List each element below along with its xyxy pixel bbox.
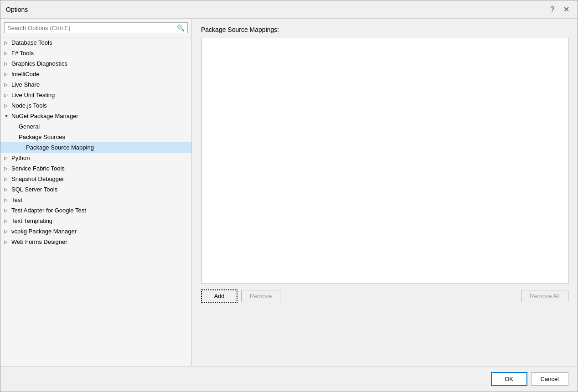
search-box: 🔍 (0, 19, 191, 37)
tree-item-graphics-diagnostics[interactable]: ▷Graphics Diagnostics (0, 58, 191, 69)
tree-label-nuget-package-source-mapping: Package Source Mapping (26, 144, 94, 151)
tree-arrow-live-unit-testing: ▷ (4, 93, 10, 98)
search-input[interactable] (7, 25, 177, 31)
right-panel: Package Source Mappings: Add Remove Remo… (192, 19, 578, 366)
tree-label-nuget-package-sources: Package Sources (19, 134, 65, 140)
tree-item-fsharp-tools[interactable]: ▷F# Tools (0, 48, 191, 58)
tree-label-fsharp-tools: F# Tools (11, 50, 34, 57)
tree-label-web-forms-designer: Web Forms Designer (11, 238, 67, 245)
tree-arrow-test-adapter-google: ▷ (4, 208, 10, 213)
tree-label-nuget-general: General (19, 123, 40, 130)
tree-label-nodejs-tools: Node.js Tools (11, 102, 47, 109)
tree-arrow-snapshot-debugger: ▷ (4, 176, 10, 181)
tree-item-web-forms-designer[interactable]: ▷Web Forms Designer (0, 237, 191, 247)
tree-item-python[interactable]: ▷Python (0, 153, 191, 163)
tree-label-test: Test (11, 196, 22, 203)
tree-arrow-sql-server-tools: ▷ (4, 187, 10, 192)
tree-arrow-fsharp-tools: ▷ (4, 51, 10, 56)
tree-label-live-unit-testing: Live Unit Testing (11, 92, 55, 98)
options-dialog: Options ? ✕ 🔍 ▷Database Tools▷F# Tools▷G… (0, 0, 578, 392)
tree-label-nuget-package-manager: NuGet Package Manager (11, 113, 78, 119)
tree-label-snapshot-debugger: Snapshot Debugger (11, 175, 64, 182)
tree-label-vcpkg-package-manager: vcpkg Package Manager (11, 228, 77, 235)
right-panel-title: Package Source Mappings: (201, 26, 568, 33)
dialog-title: Options (6, 6, 28, 13)
tree-arrow-intellicode: ▷ (4, 72, 10, 77)
remove-all-button[interactable]: Remove All (521, 290, 568, 302)
tree-label-sql-server-tools: SQL Server Tools (11, 186, 57, 193)
help-button[interactable]: ? (547, 5, 557, 14)
search-inner[interactable]: 🔍 (4, 22, 188, 33)
close-button[interactable]: ✕ (561, 5, 572, 14)
tree-arrow-web-forms-designer: ▷ (4, 239, 10, 244)
tree-arrow-vcpkg-package-manager: ▷ (4, 229, 10, 234)
title-bar-controls: ? ✕ (547, 5, 572, 14)
tree-arrow-python: ▷ (4, 155, 10, 160)
tree-item-database-tools[interactable]: ▷Database Tools (0, 37, 191, 48)
tree-item-intellicode[interactable]: ▷IntelliCode (0, 69, 191, 79)
tree-item-nuget-package-source-mapping[interactable]: Package Source Mapping (0, 142, 191, 153)
tree-item-snapshot-debugger[interactable]: ▷Snapshot Debugger (0, 174, 191, 184)
tree-item-nuget-general[interactable]: General (0, 121, 191, 132)
tree-item-test[interactable]: ▷Test (0, 195, 191, 205)
left-panel: 🔍 ▷Database Tools▷F# Tools▷Graphics Diag… (0, 19, 192, 366)
remove-button[interactable]: Remove (241, 290, 280, 302)
tree-item-vcpkg-package-manager[interactable]: ▷vcpkg Package Manager (0, 226, 191, 237)
tree-label-graphics-diagnostics: Graphics Diagnostics (11, 60, 67, 67)
tree-label-test-adapter-google: Test Adapter for Google Test (11, 207, 86, 214)
search-icon: 🔍 (177, 24, 185, 31)
tree-arrow-nuget-package-manager: ▼ (4, 113, 10, 119)
title-bar: Options ? ✕ (0, 0, 578, 19)
bottom-bar: OK Cancel (0, 366, 578, 392)
action-buttons: Add Remove Remove All (201, 289, 568, 303)
tree-label-python: Python (11, 155, 30, 161)
tree-item-test-adapter-google[interactable]: ▷Test Adapter for Google Test (0, 205, 191, 216)
tree-item-nodejs-tools[interactable]: ▷Node.js Tools (0, 100, 191, 111)
tree-label-intellicode: IntelliCode (11, 71, 39, 77)
tree-item-live-share[interactable]: ▷Live Share (0, 79, 191, 90)
add-button[interactable]: Add (201, 289, 237, 303)
tree-item-text-templating[interactable]: ▷Text Templating (0, 216, 191, 226)
tree-item-service-fabric-tools[interactable]: ▷Service Fabric Tools (0, 163, 191, 174)
tree-arrow-nodejs-tools: ▷ (4, 103, 10, 108)
tree-label-service-fabric-tools: Service Fabric Tools (11, 165, 65, 172)
mappings-box (201, 38, 568, 284)
tree-arrow-live-share: ▷ (4, 82, 10, 87)
tree-item-nuget-package-sources[interactable]: Package Sources (0, 132, 191, 142)
tree-arrow-database-tools: ▷ (4, 40, 10, 45)
tree-arrow-graphics-diagnostics: ▷ (4, 61, 10, 66)
tree-label-live-share: Live Share (11, 81, 40, 88)
tree-area: ▷Database Tools▷F# Tools▷Graphics Diagno… (0, 37, 191, 366)
tree-item-live-unit-testing[interactable]: ▷Live Unit Testing (0, 90, 191, 100)
tree-label-text-templating: Text Templating (11, 217, 52, 224)
cancel-button[interactable]: Cancel (531, 372, 568, 386)
tree-arrow-service-fabric-tools: ▷ (4, 166, 10, 171)
tree-arrow-test: ▷ (4, 197, 10, 202)
tree-label-database-tools: Database Tools (11, 39, 52, 46)
ok-button[interactable]: OK (491, 372, 527, 386)
tree-item-sql-server-tools[interactable]: ▷SQL Server Tools (0, 184, 191, 195)
tree-arrow-text-templating: ▷ (4, 218, 10, 223)
main-content: 🔍 ▷Database Tools▷F# Tools▷Graphics Diag… (0, 19, 578, 366)
tree-item-nuget-package-manager[interactable]: ▼NuGet Package Manager (0, 111, 191, 121)
